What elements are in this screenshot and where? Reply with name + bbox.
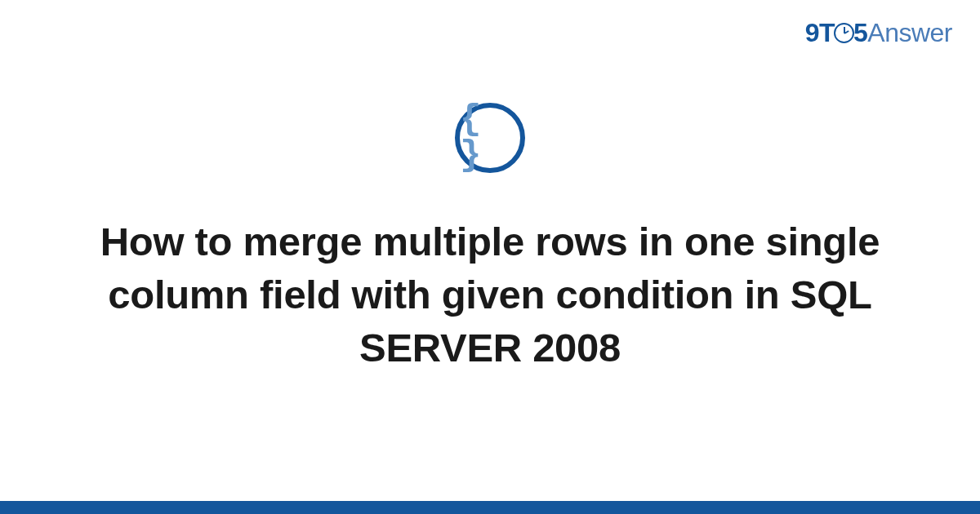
footer-bar xyxy=(0,501,980,514)
category-icon-circle: { } xyxy=(455,103,525,173)
braces-icon: { } xyxy=(460,101,520,173)
logo-part-t: T xyxy=(819,18,835,47)
main-content: { } How to merge multiple rows in one si… xyxy=(0,103,980,374)
logo-part-answer: Answer xyxy=(867,18,952,47)
clock-icon xyxy=(834,23,854,43)
logo-part-9: 9 xyxy=(805,18,819,47)
site-logo: 9T5Answer xyxy=(805,18,952,48)
logo-part-5: 5 xyxy=(853,18,867,47)
page-title: How to merge multiple rows in one single… xyxy=(65,215,915,374)
